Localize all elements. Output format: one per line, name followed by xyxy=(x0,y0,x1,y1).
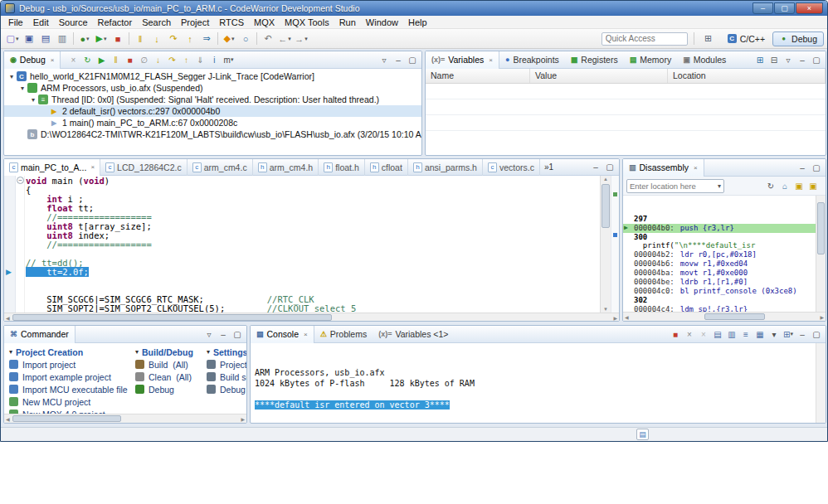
disassembly-line[interactable]: 302 xyxy=(623,296,826,305)
menu-rtcs[interactable]: RTCS xyxy=(214,17,249,28)
debug-tree-item[interactable]: bD:\WO12864C2-TMI\TWR-K21F120M_LABTS\bui… xyxy=(4,128,421,140)
commander-item-project-settings[interactable]: Project settings xyxy=(207,358,246,371)
remove-launch-icon[interactable]: × xyxy=(683,327,696,341)
section-expander-icon[interactable]: ▾ xyxy=(135,348,139,356)
restart-icon[interactable]: ↻ xyxy=(80,53,94,66)
commander-item-new-mcu-project[interactable]: New MCU project xyxy=(9,395,128,408)
editor-horizontal-scrollbar[interactable] xyxy=(4,313,619,322)
editor-tab-ansi-parms-h[interactable]: hansi_parms.h xyxy=(408,159,483,176)
code-line[interactable]: tt=2.0f; xyxy=(26,268,600,277)
variables-tab-registers[interactable]: ▦Registers xyxy=(565,51,624,69)
code-line[interactable]: { xyxy=(26,186,600,195)
editor-tab-arm-cm4-h[interactable]: harm_cm4.h xyxy=(253,159,319,176)
step-return-icon[interactable]: ↑ xyxy=(183,32,197,46)
disassembly-line[interactable]: 297 xyxy=(623,215,826,224)
variables-tab-breakpoints[interactable]: ●Breakpoints xyxy=(499,51,565,69)
step-into-icon[interactable]: ↓ xyxy=(151,53,164,66)
close-tab-icon[interactable]: × xyxy=(51,56,55,64)
search-icon[interactable]: ○ xyxy=(238,32,253,46)
code-line[interactable]: void main (void) xyxy=(26,177,600,186)
disassembly-listing[interactable]: 297▶000004b0:push {r3,lr}300 printf("\n*… xyxy=(623,196,826,313)
code-line[interactable]: SIM_SOPT2|=SIM_SOPT2_CLKOUTSEL(5); //CLK… xyxy=(26,304,600,313)
commander-item-debug-settings[interactable]: Debug settings xyxy=(207,383,246,395)
run-icon[interactable]: ▶▾ xyxy=(94,32,109,46)
disassembly-horizontal-scrollbar[interactable] xyxy=(623,312,826,321)
new-wizard-icon[interactable]: ▢▾ xyxy=(5,32,20,46)
remove-all-launches-icon[interactable]: × xyxy=(697,327,710,341)
commander-item-import-mcu-executable-file[interactable]: Import MCU executable file xyxy=(9,383,128,395)
terminate-icon[interactable]: ■ xyxy=(110,32,125,46)
perspective-debug[interactable]: ●Debug xyxy=(772,32,824,46)
open-console-icon[interactable]: ⊞▾ xyxy=(782,327,795,341)
minimize-icon[interactable]: – xyxy=(589,161,602,174)
editor-tab-overflow[interactable]: »1 xyxy=(540,162,558,172)
multicore-resume-icon[interactable]: m▾ xyxy=(222,53,235,66)
scrollbar-thumb[interactable] xyxy=(12,415,121,422)
instruction-stepping-mode-icon[interactable]: i xyxy=(207,53,221,66)
editor-vertical-scrollbar[interactable] xyxy=(600,176,611,313)
commander-section-header[interactable]: ▾Project Creation xyxy=(9,346,128,358)
disassembly-line[interactable]: printf("\n****default_isr xyxy=(623,241,826,250)
minimize-button[interactable]: – xyxy=(753,2,773,14)
menu-run[interactable]: Run xyxy=(334,17,361,28)
commander-horizontal-scrollbar[interactable] xyxy=(4,414,246,423)
code-line[interactable]: uint8 t[array_size]; xyxy=(26,222,600,231)
close-tab-icon[interactable]: × xyxy=(694,164,698,172)
editor-tab-float-h[interactable]: hfloat.h xyxy=(319,159,365,176)
commander-section-header[interactable]: ▾Build/Debug xyxy=(135,346,193,358)
minimize-icon[interactable]: – xyxy=(392,53,405,66)
editor-tab-arm-cm4-c[interactable]: carm_cm4.c xyxy=(188,159,253,176)
menu-file[interactable]: File xyxy=(3,17,28,28)
flash-programmer-icon[interactable]: ◆▾ xyxy=(222,32,236,46)
open-perspective-icon[interactable]: ⊞ xyxy=(701,32,716,46)
scroll-lock-icon[interactable]: ▥ xyxy=(725,327,738,341)
close-tab-icon[interactable]: × xyxy=(90,163,95,171)
tree-expander-icon[interactable]: ▾ xyxy=(29,96,37,104)
debug-tree-item[interactable]: ▾Chello_world_K21FN1M0M12_FLASH_Segger J… xyxy=(4,70,421,82)
column-header-location[interactable]: Location xyxy=(668,69,826,83)
scrollbar-thumb[interactable] xyxy=(704,313,765,320)
minimize-icon[interactable]: – xyxy=(796,161,809,174)
suspend-icon[interactable]: ‖ xyxy=(109,53,122,66)
close-tab-icon[interactable]: × xyxy=(489,56,493,64)
view-menu-icon[interactable]: ▿ xyxy=(782,53,795,66)
background-jobs-icon[interactable]: ▤ xyxy=(636,429,649,440)
editor-tab-lcd-12864c2-c[interactable]: cLCD_12864C2.c xyxy=(100,159,188,176)
console-line[interactable]: 1024 kBytes of P-flash 128 kBytes of RAM xyxy=(255,378,821,389)
console-line[interactable]: ****default_isr entered on vector 3**** xyxy=(255,400,821,410)
save-icon[interactable]: ▣ xyxy=(22,32,37,46)
code-line[interactable]: //================== xyxy=(26,240,600,250)
resume-icon[interactable]: ▶ xyxy=(95,53,108,66)
disassembly-line[interactable]: 000004be:ldrb r1,[r1,#0] xyxy=(623,278,826,287)
console-tab-problems[interactable]: ⚠Problems xyxy=(314,326,373,343)
minimize-icon[interactable]: – xyxy=(217,327,230,341)
terminate-icon[interactable]: ■ xyxy=(669,327,682,341)
save-all-icon[interactable]: ▤ xyxy=(38,32,53,46)
column-header-value[interactable]: Value xyxy=(530,69,668,83)
maximize-icon[interactable]: ▢ xyxy=(406,53,419,66)
disassembly-tab-disassembly[interactable]: ▥Disassembly× xyxy=(623,159,704,177)
console-output[interactable]: ARM Processors, usb_io.afx1024 kBytes of… xyxy=(251,343,826,424)
refresh-icon[interactable]: ↻ xyxy=(764,179,777,192)
console-tab-variables-1[interactable]: (x)=Variables <1> xyxy=(373,326,454,343)
step-over-icon[interactable]: ↷ xyxy=(166,32,181,46)
maximize-icon[interactable]: ▢ xyxy=(810,327,823,341)
section-expander-icon[interactable]: ▾ xyxy=(207,348,210,356)
editor-tab-main-pc-to-a[interactable]: cmain_PC_to_A...× xyxy=(4,159,100,176)
minimize-icon[interactable]: – xyxy=(796,53,809,66)
titlebar[interactable]: Debug - usb_io/Sources/usb_io/main_PC_to… xyxy=(1,1,827,16)
location-combo[interactable]: Enter location here xyxy=(626,179,724,193)
debug-tree-item[interactable]: ▾≡Thread [ID: 0x0] (Suspended: Signal 'H… xyxy=(4,94,421,105)
step-return-icon[interactable]: ↑ xyxy=(179,53,192,66)
variables-tab-memory[interactable]: ▤Memory xyxy=(624,51,677,69)
commander-tab-commander[interactable]: ⌘Commander xyxy=(4,326,75,343)
instruction-stepping-icon[interactable]: ⇒ xyxy=(199,32,214,46)
commander-item-clean-all[interactable]: Clean (All) xyxy=(135,371,193,383)
close-button[interactable]: × xyxy=(796,2,823,14)
menu-source[interactable]: Source xyxy=(54,17,93,28)
console-line[interactable] xyxy=(255,389,821,400)
perspective-c-c[interactable]: CC/C++ xyxy=(722,32,771,46)
code-line[interactable] xyxy=(26,277,600,286)
quick-access-input[interactable] xyxy=(602,32,688,46)
debug-tree-item[interactable]: ▶2 default_isr() vectors.c:297 0x000004b… xyxy=(4,105,421,117)
